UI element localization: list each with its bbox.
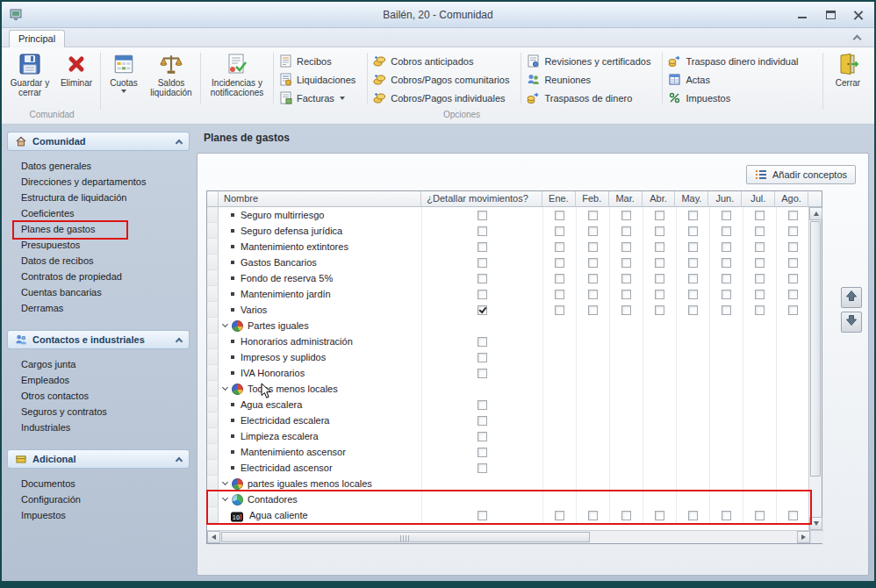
month-checkbox[interactable] [621,258,631,268]
column-header-month[interactable]: Jul. [742,191,775,207]
month-checkbox[interactable] [555,305,564,315]
month-checkbox[interactable] [655,226,664,236]
tree-expander-icon[interactable] [222,384,228,391]
sidebar-item[interactable]: Planes de gastos [7,221,190,237]
table-row[interactable]: Impresos y suplidos [207,349,810,365]
cuotas-button[interactable]: Cuotas [103,49,145,107]
column-header-month[interactable]: Ene. [542,191,576,207]
month-checkbox[interactable] [688,211,698,220]
ribbon-button[interactable]: Recibos [276,52,364,70]
ribbon-button[interactable]: Actas [665,70,807,89]
horizontal-scroll-track[interactable] [220,531,797,543]
horizontal-scroll-thumb[interactable] [221,532,590,542]
sidebar-item[interactable]: Otros contactos [7,388,190,404]
month-checkbox[interactable] [655,511,664,520]
table-row[interactable]: Honorarios administración [207,333,810,349]
column-header-detallar[interactable]: ¿Detallar movimientos? [421,191,542,207]
scroll-left-button[interactable] [207,531,220,543]
month-checkbox[interactable] [722,290,731,299]
month-checkbox[interactable] [621,290,631,299]
table-row[interactable]: IVA Honorarios [207,365,810,381]
month-checkbox[interactable] [655,211,664,220]
sidebar-item[interactable]: Estructura de liquidación [7,190,190,205]
close-button[interactable] [848,4,869,25]
detallar-checkbox[interactable] [477,258,487,268]
column-header-month[interactable]: Abr. [643,191,676,207]
tab-principal[interactable]: Principal [9,30,65,47]
table-row[interactable]: Contadores [207,491,810,507]
ribbon-button[interactable]: Reuniones [524,70,659,89]
month-checkbox[interactable] [688,274,698,283]
month-checkbox[interactable] [555,258,564,268]
detallar-checkbox[interactable] [477,416,487,426]
month-checkbox[interactable] [655,274,664,283]
month-checkbox[interactable] [755,305,765,315]
tree-expander-icon[interactable] [222,495,228,501]
month-checkbox[interactable] [722,258,731,268]
sidebar-item[interactable]: Industriales [7,419,190,435]
table-row[interactable]: Gastos Bancarios [207,255,810,270]
horizontal-scrollbar[interactable] [207,530,823,543]
ribbon-button[interactable]: Liquidaciones [276,70,364,89]
ribbon-button[interactable]: Revisiones y certificados [524,52,659,70]
cerrar-button[interactable]: Cerrar [825,49,871,107]
sidebar-section-header[interactable]: Adicional [7,449,190,469]
month-checkbox[interactable] [788,258,798,268]
month-checkbox[interactable] [621,274,631,283]
incidencias-button[interactable]: Incidencias y notificaciones [204,49,270,107]
month-checkbox[interactable] [621,305,631,315]
month-checkbox[interactable] [621,511,631,520]
month-checkbox[interactable] [788,242,798,252]
month-checkbox[interactable] [788,226,798,236]
ribbon-button[interactable]: Impuestos [665,89,807,107]
vertical-scroll-track[interactable] [809,220,822,517]
detallar-checkbox[interactable] [477,305,487,315]
detallar-checkbox[interactable] [477,448,487,457]
month-checkbox[interactable] [755,511,765,520]
month-checkbox[interactable] [755,274,765,283]
saldos-liquidacion-button[interactable]: Saldos liquidación [145,49,197,107]
save-and-close-button[interactable]: Guardar y cerrar [5,49,54,107]
column-header-month[interactable]: Jun. [708,191,742,207]
month-checkbox[interactable] [621,242,631,252]
month-checkbox[interactable] [588,290,598,299]
table-row[interactable]: Partes iguales [207,318,810,333]
table-row[interactable]: Varios [207,302,810,318]
month-checkbox[interactable] [688,242,698,252]
sidebar-item[interactable]: Presupuestos [7,237,190,253]
sidebar-item[interactable]: Derramas [7,300,190,316]
detallar-checkbox[interactable] [477,400,487,410]
table-row[interactable]: Electricidad ascensor [207,460,810,476]
detallar-checkbox[interactable] [477,511,487,520]
month-checkbox[interactable] [555,226,564,236]
month-checkbox[interactable] [621,211,631,220]
month-checkbox[interactable] [788,511,798,520]
table-row[interactable]: Mantenimiento jardín [207,286,810,302]
column-header-nombre[interactable]: Nombre [219,191,421,207]
sidebar-item[interactable]: Seguros y contratos [7,404,190,419]
month-checkbox[interactable] [588,258,598,268]
table-row[interactable]: Agua escalera [207,397,810,412]
month-checkbox[interactable] [755,211,765,220]
table-row[interactable]: Fondo de reserva 5% [207,270,810,286]
table-row[interactable]: Mantenimiento ascensor [207,444,810,460]
detallar-checkbox[interactable] [477,353,487,362]
vertical-scrollbar[interactable] [808,207,822,530]
month-checkbox[interactable] [755,242,765,252]
month-checkbox[interactable] [588,511,598,520]
month-checkbox[interactable] [688,290,698,299]
month-checkbox[interactable] [588,226,598,236]
detallar-checkbox[interactable] [477,463,487,473]
month-checkbox[interactable] [655,242,664,252]
detallar-checkbox[interactable] [477,242,487,252]
month-checkbox[interactable] [755,258,765,268]
detallar-checkbox[interactable] [477,211,487,220]
sidebar-item[interactable]: Coeficientes [7,205,190,221]
month-checkbox[interactable] [788,211,798,220]
ribbon-button[interactable]: Facturas [276,89,364,107]
month-checkbox[interactable] [621,226,631,236]
month-checkbox[interactable] [688,226,698,236]
table-row[interactable]: Mantenimiento extintores [207,239,810,255]
month-checkbox[interactable] [555,274,564,283]
column-header-month[interactable]: Mar. [609,191,643,207]
